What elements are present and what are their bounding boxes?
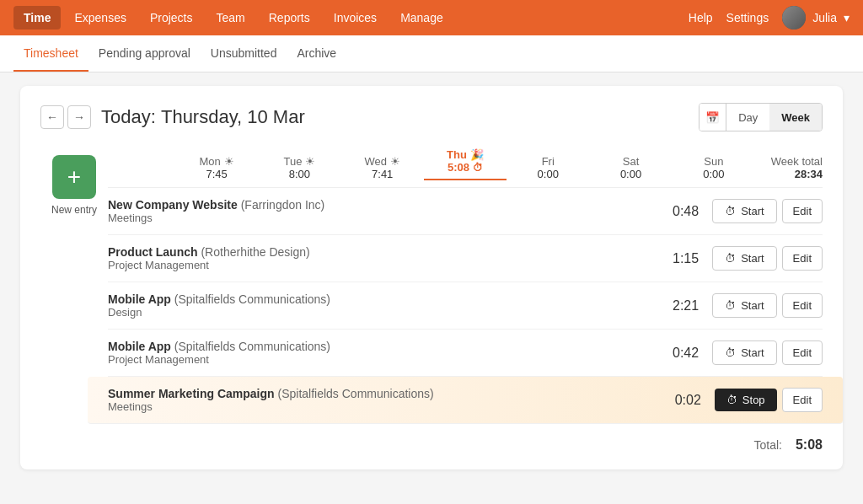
nav-reports[interactable]: Reports: [259, 6, 320, 29]
tab-pending-approval[interactable]: Pending approval: [88, 36, 201, 72]
entry-company-3: (Spitalfields Communications): [174, 292, 330, 306]
entry-project-name-1: New Company Website: [108, 198, 238, 212]
clock-icon-2: ⏱: [725, 252, 736, 265]
entry-row-2: Product Launch (Rotherhithe Design) Proj…: [108, 235, 823, 282]
card-header: ← → Today: Thursday, 10 Mar 📅 Day Week: [40, 103, 823, 131]
stop-label-5: Stop: [742, 394, 765, 406]
entry-project-4: Mobile App (Spitalfields Communications): [108, 340, 657, 353]
nav-invoices[interactable]: Invoices: [324, 6, 387, 29]
timer-indicator: ⏱: [473, 162, 483, 174]
week-view-button[interactable]: Week: [769, 104, 822, 131]
new-entry-button[interactable]: +: [52, 155, 96, 199]
calendar-icon: 📅: [705, 111, 720, 124]
total-value: 5:08: [796, 437, 823, 453]
edit-button-1[interactable]: Edit: [782, 199, 823, 223]
nav-manage[interactable]: Manage: [390, 6, 453, 29]
next-button[interactable]: →: [67, 105, 91, 129]
sub-nav: Timesheet Pending approval Unsubmitted A…: [0, 35, 863, 72]
week-total-label: Week total: [755, 155, 823, 168]
day-fri[interactable]: Fri 0:00: [507, 155, 589, 180]
clock-icon-4: ⏱: [725, 346, 736, 359]
day-mon-hours: 7:45: [175, 168, 258, 180]
day-sun-hours: 0:00: [673, 168, 755, 180]
day-wed[interactable]: Wed ☀ 7:41: [341, 155, 424, 180]
entry-project-name-2: Product Launch: [108, 245, 198, 259]
start-button-3[interactable]: ⏱ Start: [712, 293, 776, 318]
day-view-button[interactable]: Day: [726, 104, 769, 131]
nav-expenses[interactable]: Expenses: [64, 6, 136, 29]
day-thu-name: Thu 🎉: [424, 148, 507, 161]
entry-project-name-4: Mobile App: [108, 340, 171, 353]
tue-icon: ☀: [305, 155, 315, 168]
entry-company-5: (Spitalfields Communications): [278, 387, 434, 400]
entry-row-1: New Company Website (Farringdon Inc) Mee…: [108, 188, 823, 235]
stop-button-5[interactable]: ⏱ Stop: [715, 389, 777, 411]
entry-project-5: Summer Marketing Campaign (Spitalfields …: [108, 387, 659, 400]
edit-button-5[interactable]: Edit: [782, 388, 823, 412]
day-sun[interactable]: Sun 0:00: [673, 155, 755, 180]
day-sat-name: Sat: [589, 155, 672, 168]
edit-button-2[interactable]: Edit: [782, 246, 823, 271]
nav-projects[interactable]: Projects: [140, 6, 203, 29]
entry-project-name-5: Summer Marketing Campaign: [108, 387, 275, 400]
day-sun-name: Sun: [673, 155, 755, 168]
entry-task-4: Project Management: [108, 353, 657, 366]
start-button-2[interactable]: ⏱ Start: [712, 246, 776, 271]
entry-actions-4: ⏱ Start Edit: [712, 340, 823, 365]
day-tue[interactable]: Tue ☀ 8:00: [258, 155, 340, 180]
edit-button-4[interactable]: Edit: [782, 340, 823, 365]
start-label-2: Start: [741, 252, 764, 265]
day-wed-name: Wed ☀: [341, 155, 424, 168]
day-tue-name: Tue ☀: [258, 155, 340, 168]
main-content: ← → Today: Thursday, 10 Mar 📅 Day Week +: [0, 72, 863, 504]
day-thu[interactable]: Thu 🎉 5:08 ⏱: [424, 148, 507, 180]
nav-team[interactable]: Team: [206, 6, 255, 29]
timesheet-card: ← → Today: Thursday, 10 Mar 📅 Day Week +: [20, 86, 843, 469]
entry-info-1: New Company Website (Farringdon Inc) Mee…: [108, 198, 657, 224]
avatar: [782, 6, 806, 29]
entry-task-2: Project Management: [108, 259, 657, 271]
help-link[interactable]: Help: [689, 11, 713, 24]
user-area[interactable]: Julia ▾: [782, 6, 850, 29]
entries-panel: Mon ☀ 7:45 Tue ☀ 8:00 Wed ☀ 7:41 Thu 🎉 5…: [108, 148, 823, 453]
entry-task-1: Meetings: [108, 212, 657, 224]
clock-icon-1: ⏱: [725, 205, 736, 217]
entry-task-3: Design: [108, 306, 657, 319]
day-mon[interactable]: Mon ☀ 7:45: [175, 155, 258, 180]
edit-button-3[interactable]: Edit: [782, 293, 823, 318]
entry-info-2: Product Launch (Rotherhithe Design) Proj…: [108, 245, 657, 271]
total-row: Total: 5:08: [108, 424, 823, 453]
stop-icon: ⏱: [726, 394, 737, 406]
tab-archive[interactable]: Archive: [287, 36, 346, 72]
top-nav: Time Expenses Projects Team Reports Invo…: [0, 0, 863, 35]
entry-project-name-3: Mobile App: [108, 292, 171, 306]
start-label-4: Start: [741, 346, 764, 359]
day-fri-hours: 0:00: [507, 168, 589, 180]
nav-time[interactable]: Time: [13, 6, 61, 29]
calendar-button[interactable]: 📅: [700, 104, 726, 131]
entry-project-3: Mobile App (Spitalfields Communications): [108, 292, 657, 306]
username: Julia: [812, 11, 837, 24]
settings-link[interactable]: Settings: [726, 11, 769, 24]
start-button-1[interactable]: ⏱ Start: [712, 199, 776, 223]
content-area: + New entry Mon ☀ 7:45 Tue ☀ 8:00: [40, 148, 823, 453]
week-total: Week total 28:34: [755, 155, 823, 180]
clock-icon-3: ⏱: [725, 299, 736, 312]
chevron-down-icon: ▾: [844, 11, 850, 24]
day-sat-hours: 0:00: [589, 168, 672, 180]
tab-unsubmitted[interactable]: Unsubmitted: [201, 36, 287, 72]
entry-actions-3: ⏱ Start Edit: [712, 293, 823, 318]
entry-row-3: Mobile App (Spitalfields Communications)…: [108, 282, 823, 330]
page-title: Today: Thursday, 10 Mar: [101, 106, 689, 128]
entry-row-4: Mobile App (Spitalfields Communications)…: [108, 330, 823, 377]
nav-left: Time Expenses Projects Team Reports Invo…: [13, 6, 453, 29]
entry-time-5: 0:02: [659, 393, 701, 408]
entry-company-4: (Spitalfields Communications): [174, 340, 330, 353]
prev-button[interactable]: ←: [40, 105, 64, 129]
day-fri-name: Fri: [507, 155, 589, 168]
day-sat[interactable]: Sat 0:00: [589, 155, 672, 180]
entry-actions-1: ⏱ Start Edit: [712, 199, 823, 223]
start-button-4[interactable]: ⏱ Start: [712, 340, 776, 365]
tab-timesheet[interactable]: Timesheet: [13, 36, 88, 72]
entry-time-1: 0:48: [657, 204, 699, 219]
